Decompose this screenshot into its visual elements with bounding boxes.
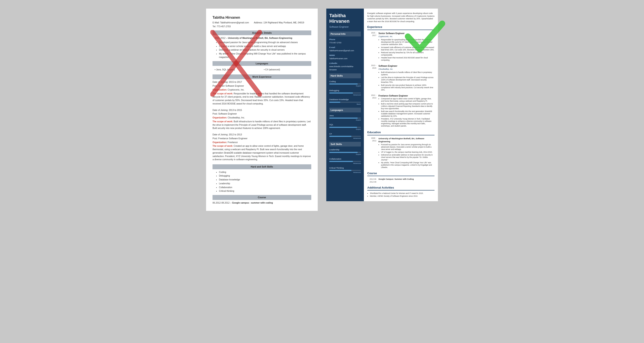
soft-skill-2: Collaboration Advanced <box>329 157 361 165</box>
linkedin-label: LinkedIn <box>329 62 361 65</box>
lang-3-bar-fill <box>329 136 352 137</box>
right-title: Software Engineer <box>329 25 361 29</box>
linkedin-value: www.linkedin.com/in/tabitha-hirvanen <box>329 65 354 71</box>
left-resume-wrapper: Tabitha Hirvanen E-Mail: TabithaHirvanen… <box>206 8 318 211</box>
soft-skill-1-level: Expert <box>329 153 361 156</box>
www-label: WWW <box>329 54 361 57</box>
soft-skill-3-level: Advanced <box>329 171 361 174</box>
lang-3-bar-bg <box>329 136 361 137</box>
lang-3-name: C# <box>329 132 361 135</box>
academic-bullet-2: Created a senior scholar project to buil… <box>219 45 311 48</box>
work1-org: Organization: Cryptoconic, Inc. <box>212 88 311 92</box>
exp-3-b3: Built new search functionality into the … <box>381 110 434 117</box>
lang-3-level: Advanced <box>329 137 361 140</box>
hard-skill-2: Debugging Advanced <box>329 89 361 96</box>
lang-2-level: Expert <box>329 128 361 131</box>
course-text: 06.2012-08.2012 – Google campus : summer… <box>212 201 273 204</box>
work2-scope-label: The scope of work: <box>212 120 234 123</box>
left-name: Tabitha Hirvanen <box>212 15 311 20</box>
activity-1: Shortlisted for a National Center for Wo… <box>370 192 434 195</box>
education-header: Education <box>367 130 434 135</box>
right-name: Tabitha Hirvanen <box>329 13 361 24</box>
work3-date: Date of Joining: 2012 to 2013 <box>212 133 311 136</box>
academic-section-header: Academic Details <box>212 30 311 35</box>
exp-3-years: 2012 -2013 <box>367 94 376 128</box>
exp-3-bullets: Composed an app to allow voice control o… <box>381 98 434 127</box>
personal-info-header: Personal Info <box>329 31 361 36</box>
academic-entry: 2008-2012 – University of Washington Bot… <box>215 36 311 40</box>
work-entry-2: Date of Joining: 2013 to 2015 Post: Soft… <box>212 108 311 130</box>
hard-skill-3: Database Knowledge Basic <box>329 98 361 105</box>
skills-list: Coding Debugging Database knowledge Lead… <box>219 171 311 193</box>
address-label: Address: <box>254 21 263 24</box>
hard-skill-1-bar-bg <box>329 83 361 84</box>
edu-1-b3: Delivered an actionable webinar on best … <box>381 154 434 161</box>
exp-3-b2: Built a real time stock picking app that… <box>381 103 434 110</box>
exp-entry-2: 2013 -2015 Software Engineer Cloudwallop… <box>367 64 434 92</box>
hard-skill-2-bar-bg <box>329 92 361 93</box>
languages-section-header: Languages <box>212 61 311 66</box>
lang-3: C# Advanced <box>329 132 361 140</box>
left-header: Tabitha Hirvanen E-Mail: TabithaHirvanen… <box>212 15 311 28</box>
lang-1-name: Java <box>329 114 361 117</box>
exp-2-company: Cloudwallop, Inc. <box>378 68 434 71</box>
soft-skill-2-bar-fill <box>329 161 353 162</box>
exp-3-content: Freelance Software Engineer Composed an … <box>378 94 434 128</box>
email-label: E-Mail: <box>212 21 220 24</box>
right-resume-wrapper: Tabitha Hirvanen Software Engineer Perso… <box>326 8 438 201</box>
work3-org-value: Freelance <box>228 141 238 143</box>
email-value: TabithaHirvanen@gmail.com <box>220 21 249 24</box>
hard-skill-3-level: Basic <box>329 103 361 105</box>
right-main: Energetic software engineer with 5 years… <box>364 8 438 201</box>
personal-email: E-mail TabithaHirvanen@gmail.com <box>329 46 361 52</box>
lang-1-level: Expert <box>329 119 361 121</box>
course-entry-right: 2012-062012-08 Google Campus: Summer wit… <box>367 178 434 183</box>
sidebar-languages-header: Languages <box>329 108 361 113</box>
academic-bullet-3: Delivered a webinar on best practices fo… <box>219 48 311 52</box>
academic-bullets-list: Developed passion for Java server progra… <box>219 41 311 59</box>
hard-skill-3-name: Database Knowledge <box>329 98 361 101</box>
work-entry-3: Date of Joining: 2012 to 2013 Post: Free… <box>212 133 311 161</box>
course-entry: 06.2012-08.2012 – Google campus : summer… <box>212 201 311 205</box>
tel-label: Tel: <box>212 25 216 28</box>
email-label-r: E-mail <box>329 46 361 49</box>
exp-1-b1: Responsible for spearheading teams that … <box>381 39 434 46</box>
work-entry-1: Date of Joining: 2015 to 2017 Post: Seni… <box>212 80 311 105</box>
edu-1-b1: Pursued my passion for Java server progr… <box>381 143 434 151</box>
work1-org-label: Organization: <box>212 88 228 91</box>
edu-1-content: University of Washington Bothell, BA, So… <box>378 137 434 169</box>
personal-www: WWW TabithaHirvanen.com <box>329 54 361 60</box>
exp-3-b4: President, XYZ University Young Women in… <box>381 118 434 127</box>
exp-3-b1: Composed an app to allow voice control o… <box>381 98 434 102</box>
work1-post: Post: Senior Software Engineer <box>212 84 311 88</box>
soft-skill-1-bar-bg <box>329 152 361 153</box>
hard-skill-2-bar-fill <box>329 92 353 93</box>
exp-2-b3: Built security into new product features… <box>381 84 434 91</box>
exp-1-b2: Increased code efficiency of customer po… <box>381 46 434 51</box>
skill-6: Critical thinking <box>219 189 311 193</box>
academic-bullet-1: Developed passion for Java server progra… <box>219 41 311 44</box>
address-value: 134 Rightward Way Portland, ME, 04019 <box>264 21 304 24</box>
work1-org-value: Cryptoconic, Inc. <box>228 88 244 91</box>
email-value-r: TabithaHirvanen@gmail.com <box>329 49 354 52</box>
skill-3: Database knowledge <box>219 178 311 181</box>
personal-phone: Phone 773-457-2703 <box>329 38 361 44</box>
hard-skill-3-bar-fill <box>329 102 340 103</box>
left-resume: Tabitha Hirvanen E-Mail: TabithaHirvanen… <box>206 8 318 211</box>
edu-entry-1: 2008 -2012 University of Washington Both… <box>367 137 434 169</box>
exp-1-title: Senior Software Engineer <box>378 32 434 35</box>
activities-list: Shortlisted for a National Center for Wo… <box>370 192 434 197</box>
hard-skill-1-level: Expert <box>329 85 361 87</box>
right-name-line2: Hirvanen <box>329 18 361 24</box>
academic-text: 2008-2012 – University of Washington Bot… <box>215 37 292 39</box>
exp-entry-1: 2015 -2017 Senior Software Engineer Cryp… <box>367 32 434 62</box>
soft-skill-1-bar-fill <box>329 152 358 153</box>
activity-2: Member, IAENG Society of Software Engine… <box>370 195 434 197</box>
hard-skill-1-name: Coding <box>329 80 361 83</box>
edu-1-b4: My article, "How Cloud Computing Will Ch… <box>381 162 434 169</box>
hard-skill-1: Coding Expert <box>329 80 361 87</box>
course-years: 2012-062012-08 <box>367 178 376 183</box>
work2-org-value: Cloudwallop, Inc. <box>228 116 245 119</box>
phone-label: Phone <box>329 38 361 41</box>
exp-1-company: Cryptoconic, Inc. <box>378 35 434 38</box>
